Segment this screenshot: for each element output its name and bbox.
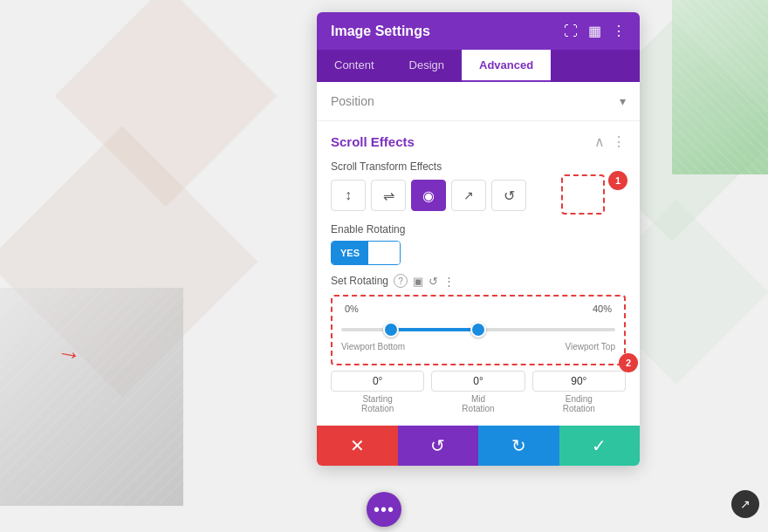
set-rotating-label: Set Rotating [331, 275, 388, 287]
image-settings-panel: Image Settings ⛶ ▦ ⋮ Content Design Adva… [317, 12, 640, 466]
viewport-bottom-label: Viewport Bottom [341, 342, 405, 351]
chevron-down-icon: ▾ [620, 94, 626, 108]
pct-end: 40% [593, 304, 612, 314]
tabs-bar: Content Design Advanced [317, 50, 640, 82]
badge-1: 1 [608, 171, 627, 190]
collapse-icon[interactable]: ∧ [594, 133, 605, 150]
range-fill [391, 328, 478, 331]
rotate-btn[interactable]: ↺ [491, 180, 526, 211]
bottom-toolbar: ✕ ↺ ↻ ✓ [317, 426, 640, 466]
more-icon[interactable]: ⋮ [612, 23, 626, 39]
floating-dots-button[interactable]: ••• [367, 492, 401, 527]
badge-2: 2 [619, 353, 638, 372]
toggle-no-area [368, 242, 400, 264]
tab-design[interactable]: Design [392, 50, 462, 82]
bg-photo-bottom-left [0, 288, 183, 506]
confirm-icon: ✓ [592, 435, 607, 456]
position-label: Position [331, 94, 374, 108]
badge-2-wrap: 2 [619, 353, 638, 372]
help-icon[interactable]: ? [394, 274, 408, 288]
columns-icon[interactable]: ▦ [588, 23, 601, 39]
redo-icon: ↻ [511, 435, 526, 456]
toggle-yes-label: YES [332, 242, 368, 264]
cancel-icon: ✕ [350, 435, 365, 456]
starting-rotation-input[interactable] [331, 371, 424, 392]
mid-rotation-group: MidRotation [431, 371, 525, 413]
undo-button[interactable]: ↺ [398, 426, 479, 466]
set-rotating-section: Set Rotating ? ▣ ↺ ⋮ 0% 40% [331, 274, 626, 413]
ending-rotation-label: EndingRotation [563, 394, 595, 413]
mid-rotation-input[interactable] [431, 371, 525, 392]
more-set-icon[interactable]: ⋮ [443, 275, 455, 288]
starting-rotation-group: StartingRotation [331, 371, 424, 413]
ending-rotation-group: EndingRotation [532, 371, 626, 413]
redo-button[interactable]: ↻ [478, 426, 559, 466]
badge-1-highlight: 1 [561, 174, 627, 215]
device-icon[interactable]: ▣ [413, 275, 423, 288]
enable-rotating-label: Enable Rotating [331, 223, 626, 235]
starting-rotation-label: StartingRotation [361, 394, 394, 413]
scroll-effects-section: Scroll Effects ∧ ⋮ Scroll Transform Effe… [317, 121, 640, 426]
pct-start: 0% [345, 304, 359, 314]
slider-section: 0% 40% Viewport Bottom Viewport Top [331, 295, 626, 365]
blur-btn[interactable]: ↗ [451, 180, 486, 211]
rotation-inputs: StartingRotation MidRotation EndingRotat… [331, 371, 626, 413]
icon-button-row: ↕ ⇌ ◉ ↗ ↺ 1 [331, 180, 626, 211]
set-rotating-icons: ? ▣ ↺ ⋮ [394, 274, 455, 288]
enable-rotating-section: Enable Rotating YES [331, 223, 626, 265]
bg-photo-top-right [672, 0, 768, 174]
horizontal-motion-btn[interactable]: ⇌ [371, 180, 406, 211]
vertical-motion-btn[interactable]: ↕ [331, 180, 366, 211]
confirm-button[interactable]: ✓ [559, 426, 641, 466]
tab-content[interactable]: Content [317, 50, 392, 82]
slider-percentages: 0% 40% [341, 304, 615, 314]
range-thumb-2[interactable] [470, 322, 486, 338]
scroll-effects-header: Scroll Effects ∧ ⋮ [331, 133, 626, 150]
transform-effects-label: Scroll Transform Effects [331, 160, 626, 173]
scroll-effects-header-icons: ∧ ⋮ [594, 133, 626, 150]
panel-header: Image Settings ⛶ ▦ ⋮ [317, 12, 640, 50]
opacity-btn[interactable]: ◉ [411, 180, 446, 211]
set-rotating-header: Set Rotating ? ▣ ↺ ⋮ [331, 274, 626, 288]
position-section[interactable]: Position ▾ [317, 82, 640, 121]
fullscreen-icon[interactable]: ⛶ [564, 24, 578, 39]
slider-viewport-labels: Viewport Bottom Viewport Top [341, 342, 615, 351]
range-track [341, 328, 615, 331]
slider-track-area[interactable] [341, 319, 615, 340]
scroll-nav-button[interactable]: ↗ [731, 490, 759, 518]
more-options-icon[interactable]: ⋮ [612, 133, 626, 150]
tab-advanced[interactable]: Advanced [462, 50, 551, 82]
panel-title: Image Settings [331, 24, 430, 39]
cancel-button[interactable]: ✕ [317, 426, 398, 466]
mid-rotation-label: MidRotation [462, 394, 494, 413]
ending-rotation-input[interactable] [532, 371, 626, 392]
panel-header-icons: ⛶ ▦ ⋮ [564, 23, 626, 39]
reset-icon[interactable]: ↺ [429, 275, 438, 288]
toggle-switch[interactable]: YES [331, 241, 401, 265]
viewport-top-label: Viewport Top [566, 342, 615, 351]
red-arrow-icon: → [54, 338, 83, 370]
scroll-effects-title: Scroll Effects [331, 134, 415, 149]
range-thumb-1[interactable] [383, 322, 399, 338]
undo-icon: ↺ [430, 435, 445, 456]
